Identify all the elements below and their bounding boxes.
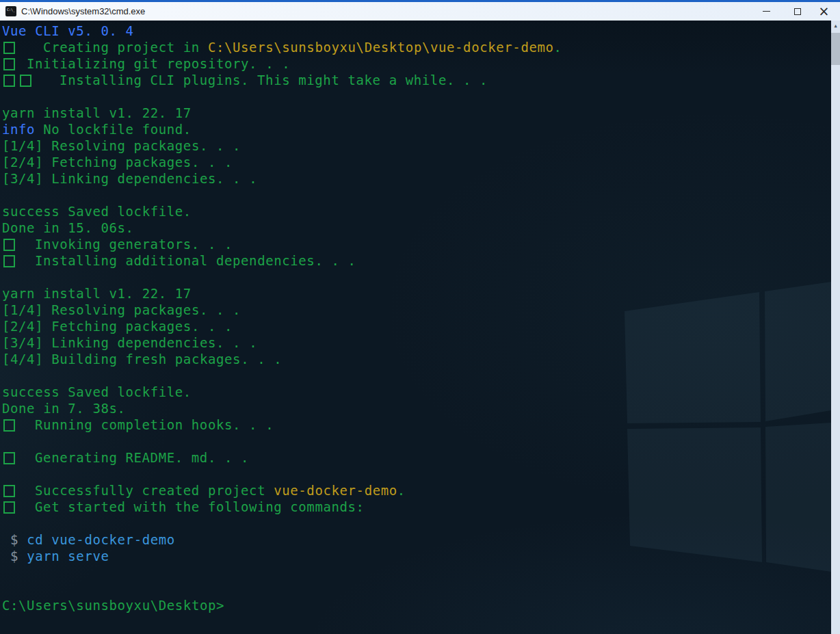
terminal-text-segment: . — [554, 40, 562, 55]
terminal-line: $ yarn serve — [2, 548, 831, 564]
terminal-line — [2, 433, 831, 449]
terminal-text-segment: Generating README. md. . . — [18, 450, 249, 465]
terminal-text-segment: success Saved lockfile. — [2, 204, 192, 219]
emoji-placeholder-box — [3, 58, 15, 70]
terminal-line: [3/4] Linking dependencies. . . — [2, 334, 831, 351]
terminal-line: [2/4] Fetching packages. . . — [2, 318, 831, 334]
window-controls: × — [750, 2, 840, 21]
terminal-line: [1/4] Resolving packages. . . — [2, 137, 831, 154]
terminal-text-segment: Get started with the following commands: — [18, 499, 365, 514]
terminal-line: Initializing git repository. . . — [2, 55, 831, 72]
emoji-placeholder-box — [3, 239, 15, 251]
terminal-line: [3/4] Linking dependencies. . . — [2, 170, 831, 187]
terminal-line: Invoking generators. . . — [2, 236, 831, 252]
terminal-text-segment: C:\Users\sunsboyxu\Desktop\vue-docker-de… — [208, 40, 554, 55]
terminal-line — [2, 581, 831, 597]
terminal-text-segment: $ — [2, 532, 27, 547]
terminal-line: [4/4] Building fresh packages. . . — [2, 351, 831, 367]
terminal-line — [2, 88, 831, 105]
emoji-placeholder-box — [3, 42, 15, 54]
emoji-placeholder-box — [3, 452, 15, 464]
terminal-line: [1/4] Resolving packages. . . — [2, 302, 831, 318]
terminal-text-segment: info — [2, 122, 35, 137]
maximize-button[interactable] — [782, 2, 813, 21]
terminal-text-segment: yarn install v1. 22. 17 — [2, 105, 192, 120]
terminal-line: yarn install v1. 22. 17 — [2, 105, 831, 121]
emoji-placeholder-box — [3, 485, 15, 497]
terminal-text-segment: [1/4] Resolving packages. . . — [2, 138, 241, 153]
minimize-button[interactable] — [750, 2, 782, 21]
terminal-line — [2, 269, 831, 285]
terminal-text-segment: Running completion hooks. . . — [18, 417, 274, 432]
terminal-text-segment: Done in 7. 38s. — [2, 401, 126, 416]
scrollbar-thumb[interactable] — [831, 33, 840, 65]
emoji-placeholder-box — [3, 75, 15, 87]
terminal-text-segment: $ — [2, 549, 27, 564]
terminal-text-segment: No lockfile found. — [35, 122, 192, 137]
scrollbar[interactable]: ▲ — [831, 21, 840, 634]
cmd-icon[interactable]: C:\_ — [5, 6, 16, 16]
terminal-text-segment: [4/4] Building fresh packages. . . — [2, 352, 282, 367]
terminal-text-segment: Initializing git repository. . . — [18, 56, 290, 71]
terminal-line: Running completion hooks. . . — [2, 417, 831, 433]
terminal-line: Creating project in C:\Users\sunsboyxu\D… — [2, 39, 831, 55]
terminal-text-segment: yarn install v1. 22. 17 — [2, 286, 192, 301]
terminal-line: Done in 15. 06s. — [2, 220, 831, 236]
terminal-text-segment: Creating project in — [18, 40, 208, 55]
terminal-text-segment: Vue CLI v5. 0. 4 — [2, 23, 134, 38]
window-title: C:\Windows\system32\cmd.exe — [21, 6, 145, 16]
terminal-text-segment: success Saved lockfile. — [2, 384, 192, 399]
terminal-line — [2, 187, 831, 203]
terminal-line: Generating README. md. . . — [2, 449, 831, 466]
terminal-text-segment: yarn serve — [27, 549, 109, 564]
terminal-line: C:\Users\sunsboyxu\Desktop> — [2, 597, 831, 613]
minimize-icon — [763, 11, 770, 12]
terminal-line: info No lockfile found. — [2, 121, 831, 137]
terminal-text-segment: Installing additional dependencies. . . — [18, 253, 356, 268]
terminal-line — [2, 367, 831, 384]
terminal-output: Vue CLI v5. 0. 4 Creating project in C:\… — [2, 23, 831, 634]
terminal-text-segment: Done in 15. 06s. — [2, 220, 134, 235]
terminal-line: $ cd vue-docker-demo — [2, 531, 831, 548]
terminal-text-segment: [3/4] Linking dependencies. . . — [2, 335, 257, 350]
cmd-window: C:\_ C:\Windows\system32\cmd.exe × Vue C… — [0, 0, 840, 634]
terminal-line: success Saved lockfile. — [2, 203, 831, 220]
terminal-text-segment: cd vue-docker-demo — [27, 532, 175, 547]
terminal-line: Successfully created project vue-docker-… — [2, 482, 831, 499]
terminal-line: Get started with the following commands: — [2, 499, 831, 515]
terminal-text-segment: Successfully created project — [18, 483, 274, 498]
terminal-line: Vue CLI v5. 0. 4 — [2, 23, 831, 39]
terminal-line — [2, 466, 831, 482]
close-button[interactable]: × — [813, 2, 840, 21]
terminal-line: Installing additional dependencies. . . — [2, 252, 831, 269]
terminal-line — [2, 515, 831, 531]
maximize-icon — [794, 8, 801, 15]
terminal-text-segment: Invoking generators. . . — [18, 237, 233, 252]
terminal-line: yarn install v1. 22. 17 — [2, 285, 831, 302]
terminal-text-segment: [2/4] Fetching packages. . . — [2, 319, 233, 334]
titlebar[interactable]: C:\_ C:\Windows\system32\cmd.exe × — [0, 2, 840, 21]
emoji-placeholder-box — [3, 419, 15, 432]
terminal-text-segment: Installing CLI plugins. This might take … — [35, 72, 488, 88]
terminal-screen[interactable]: Vue CLI v5. 0. 4 Creating project in C:\… — [0, 21, 831, 634]
terminal-text-segment: vue-docker-demo — [274, 483, 397, 498]
emoji-placeholder-box — [20, 75, 31, 87]
terminal-line: success Saved lockfile. — [2, 384, 831, 400]
close-icon: × — [819, 5, 830, 18]
emoji-placeholder-box — [3, 255, 15, 267]
terminal-line: Done in 7. 38s. — [2, 400, 831, 417]
terminal-text-segment: . — [397, 483, 406, 498]
emoji-placeholder-box — [3, 501, 15, 514]
terminal-text-segment: [1/4] Resolving packages. . . — [2, 302, 241, 317]
terminal-text-segment: [3/4] Linking dependencies. . . — [2, 171, 257, 186]
terminal-line: [2/4] Fetching packages. . . — [2, 154, 831, 170]
terminal-text-segment: [2/4] Fetching packages. . . — [2, 155, 233, 170]
terminal-line — [2, 564, 831, 581]
scroll-up-icon[interactable]: ▲ — [831, 21, 840, 31]
terminal-text-segment: C:\Users\sunsboyxu\Desktop> — [2, 598, 224, 613]
terminal-line: Installing CLI plugins. This might take … — [2, 72, 831, 88]
